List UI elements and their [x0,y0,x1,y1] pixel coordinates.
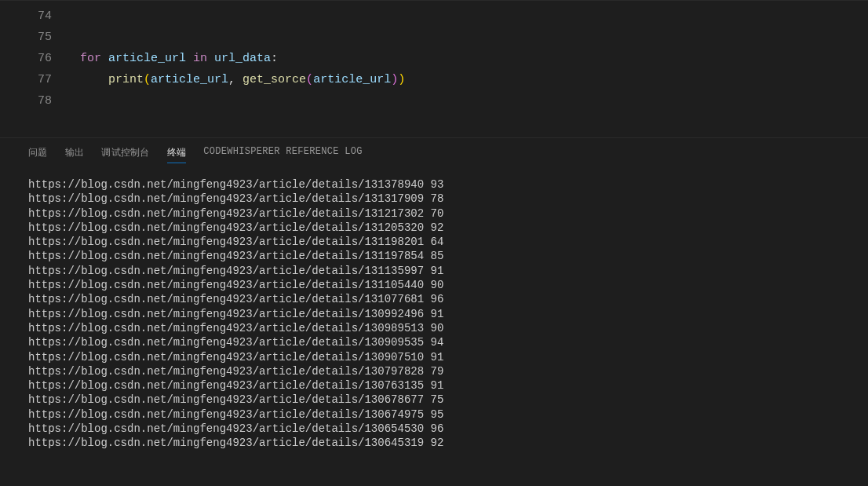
terminal-line: https://blog.csdn.net/mingfeng4923/artic… [28,264,868,278]
code-line[interactable]: print(article_url, get_sorce(article_url… [80,69,868,90]
terminal-line: https://blog.csdn.net/mingfeng4923/artic… [28,249,868,263]
line-number: 75 [0,27,52,48]
terminal-output[interactable]: https://blog.csdn.net/mingfeng4923/artic… [0,168,868,486]
terminal-line: https://blog.csdn.net/mingfeng4923/artic… [28,422,868,436]
terminal-line: https://blog.csdn.net/mingfeng4923/artic… [28,177,868,192]
terminal-line: https://blog.csdn.net/mingfeng4923/artic… [28,436,868,450]
panel-tabs: 问题 输出 调试控制台 终端 CODEWHISPERER REFERENCE L… [0,138,868,168]
code-line[interactable] [80,27,868,48]
terminal-line: https://blog.csdn.net/mingfeng4923/artic… [28,278,868,292]
tab-terminal[interactable]: 终端 [167,146,187,163]
code-line[interactable] [80,5,868,27]
terminal-line: https://blog.csdn.net/mingfeng4923/artic… [28,364,868,378]
terminal-line: https://blog.csdn.net/mingfeng4923/artic… [28,192,868,206]
vscode-window: 7475767778 for article_url in url_data: … [0,0,868,486]
terminal-line: https://blog.csdn.net/mingfeng4923/artic… [28,235,868,249]
line-number-gutter: 7475767778 [0,1,69,137]
code-line[interactable] [80,90,868,111]
terminal-line: https://blog.csdn.net/mingfeng4923/artic… [28,407,868,422]
terminal-line: https://blog.csdn.net/mingfeng4923/artic… [28,350,868,364]
terminal-line: https://blog.csdn.net/mingfeng4923/artic… [28,307,868,321]
terminal-line: https://blog.csdn.net/mingfeng4923/artic… [28,206,868,221]
tab-debug-console[interactable]: 调试控制台 [101,146,150,163]
line-number: 78 [0,90,52,111]
line-number: 76 [0,48,52,69]
code-line[interactable]: for article_url in url_data: [80,48,868,69]
tab-output[interactable]: 输出 [65,146,85,163]
terminal-line: https://blog.csdn.net/mingfeng4923/artic… [28,335,868,349]
bottom-panel: 问题 输出 调试控制台 终端 CODEWHISPERER REFERENCE L… [0,137,868,486]
line-number: 77 [0,69,52,90]
code-content[interactable]: for article_url in url_data: print(artic… [69,1,868,137]
terminal-line: https://blog.csdn.net/mingfeng4923/artic… [28,292,868,306]
tab-problems[interactable]: 问题 [28,146,48,163]
terminal-line: https://blog.csdn.net/mingfeng4923/artic… [28,321,868,335]
terminal-line: https://blog.csdn.net/mingfeng4923/artic… [28,378,868,393]
code-editor[interactable]: 7475767778 for article_url in url_data: … [0,0,868,137]
editor-minimap[interactable] [854,1,868,138]
terminal-line: https://blog.csdn.net/mingfeng4923/artic… [28,221,868,235]
line-number: 74 [0,5,52,27]
terminal-line: https://blog.csdn.net/mingfeng4923/artic… [28,393,868,407]
tab-codewhisperer[interactable]: CODEWHISPERER REFERENCE LOG [203,146,363,163]
